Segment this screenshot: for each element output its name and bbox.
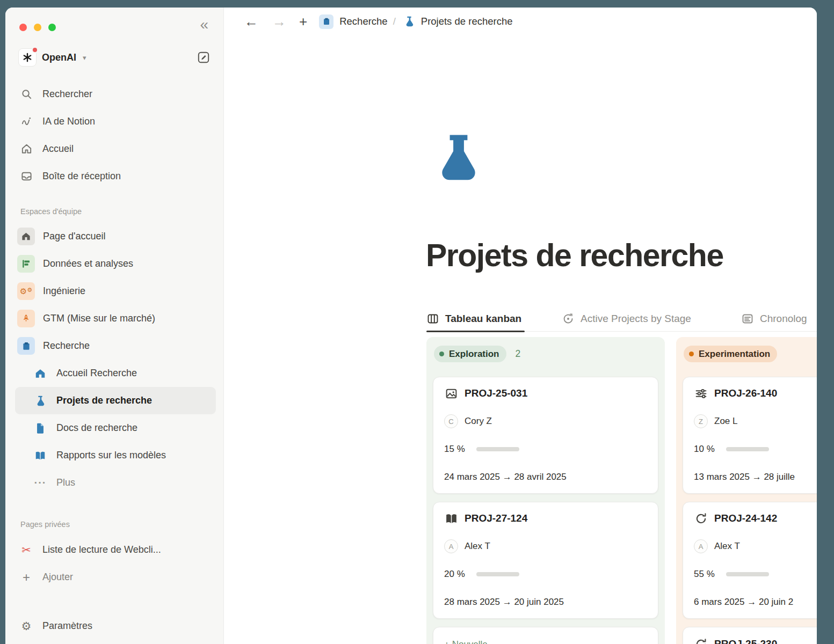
refresh-icon bbox=[694, 637, 708, 644]
sidebar-item-settings[interactable]: ⚙ Paramètres bbox=[5, 612, 223, 640]
assignee-name: Cory Z bbox=[465, 416, 492, 427]
home-icon bbox=[19, 142, 33, 156]
collapse-sidebar-icon[interactable]: « bbox=[200, 17, 208, 32]
column-name: Exploration bbox=[449, 349, 499, 360]
close-window-button[interactable] bbox=[19, 24, 27, 31]
status-pill-exploration[interactable]: Exploration bbox=[434, 346, 506, 362]
tab-active-projects[interactable]: Active Projects by Stage bbox=[562, 306, 691, 332]
sidebar-item-notion-ai[interactable]: IA de Notion bbox=[5, 108, 223, 135]
status-dot bbox=[689, 352, 694, 356]
progress-label: 55 % bbox=[694, 569, 720, 580]
card-dates: 24 mars 2025 → 28 avril 2025 bbox=[444, 472, 567, 482]
kanban-card[interactable]: PROJ-27-124 A Alex T 20 % 28 mars 2025 →… bbox=[433, 502, 658, 619]
sidebar-item-webclipper-list[interactable]: ✂ Liste de lecture de Webcli... bbox=[5, 536, 223, 564]
sidebar-item-more[interactable]: ··· Plus bbox=[15, 469, 216, 496]
sidebar-item-search[interactable]: Rechercher bbox=[5, 80, 223, 108]
window-controls bbox=[19, 24, 56, 31]
tab-timeline[interactable]: Chronolog bbox=[741, 306, 807, 332]
column-count: 2 bbox=[516, 348, 521, 360]
page-icon-flask[interactable] bbox=[437, 132, 481, 188]
forward-arrow-icon[interactable]: → bbox=[272, 14, 286, 28]
rocket-icon bbox=[17, 310, 35, 327]
card-id: PROJ-24-142 bbox=[714, 513, 777, 524]
sidebar-item-research-home[interactable]: Accueil Recherche bbox=[15, 360, 216, 387]
sidebar-item-teamspace-home[interactable]: Page d'accueil bbox=[5, 223, 223, 250]
zoom-window-button[interactable] bbox=[48, 24, 56, 31]
kanban-board-icon bbox=[426, 312, 439, 325]
new-page-icon[interactable] bbox=[197, 50, 211, 64]
openai-logo bbox=[18, 48, 37, 67]
card-dates: 28 mars 2025 → 20 juin 2025 bbox=[444, 597, 564, 608]
teamspace-label: Page d'accueil bbox=[43, 231, 106, 242]
minimize-window-button[interactable] bbox=[34, 24, 41, 31]
progress-bar bbox=[476, 447, 519, 451]
add-page-icon[interactable]: + bbox=[299, 14, 307, 28]
sidebar-item-label: Ajouter bbox=[42, 572, 73, 583]
kanban-column-exploration: Exploration 2 PROJ-25-031 C Cory Z bbox=[426, 337, 665, 644]
sidebar-item-label: Paramètres bbox=[42, 620, 92, 632]
sidebar-item-teamspace-gtm[interactable]: GTM (Mise sur le marché) bbox=[5, 305, 223, 332]
search-icon bbox=[19, 87, 33, 101]
teamspaces-header[interactable]: Espaces d'équipe bbox=[5, 207, 223, 216]
kanban-board: Exploration 2 PROJ-25-031 C Cory Z bbox=[426, 337, 817, 644]
card-id: PROJ-27-124 bbox=[465, 513, 527, 524]
progress-label: 15 % bbox=[444, 444, 470, 455]
private-pages-header[interactable]: Pages privées bbox=[5, 520, 223, 529]
gear-icon: ⚙ bbox=[19, 619, 33, 633]
open-book-icon bbox=[444, 511, 458, 525]
sidebar-item-label: Liste de lecture de Webcli... bbox=[42, 544, 161, 555]
status-dot bbox=[439, 352, 444, 356]
avatar: A bbox=[694, 539, 708, 553]
sidebar-item-label: Rechercher bbox=[42, 89, 92, 100]
sidebar-item-label: Accueil Recherche bbox=[56, 368, 137, 379]
house-icon bbox=[17, 228, 35, 245]
sidebar-item-inbox[interactable]: Boîte de réception bbox=[5, 163, 223, 190]
sidebar-item-label: IA de Notion bbox=[42, 116, 95, 127]
progress-label: 20 % bbox=[444, 569, 470, 580]
sidebar-item-teamspace-data[interactable]: Données et analyses bbox=[5, 250, 223, 277]
kanban-column-experimentation: Experimentation PROJ-26-140 Z Zoe L 10 bbox=[676, 337, 817, 644]
clipboard-icon bbox=[319, 14, 333, 29]
status-circle-icon bbox=[562, 312, 575, 325]
sidebar-item-add-page[interactable]: + Ajouter bbox=[5, 564, 223, 591]
assignee-name: Alex T bbox=[465, 541, 490, 552]
image-icon bbox=[444, 386, 458, 400]
sidebar-item-research-projects[interactable]: Projets de recherche bbox=[15, 387, 216, 414]
chevron-down-icon: ▾ bbox=[83, 54, 86, 62]
progress-label: 10 % bbox=[694, 444, 720, 455]
card-dates: 13 mars 2025 → 28 juille bbox=[694, 472, 795, 482]
breadcrumb-separator: / bbox=[393, 16, 396, 27]
sidebar-item-research-docs[interactable]: Docs de recherche bbox=[15, 414, 216, 442]
ellipsis-icon: ··· bbox=[33, 476, 47, 490]
avatar: A bbox=[444, 539, 458, 553]
breadcrumb-root[interactable]: Recherche bbox=[339, 16, 387, 27]
tab-kanban[interactable]: Tableau kanban bbox=[426, 306, 521, 332]
column-header: Exploration 2 bbox=[434, 346, 658, 362]
sidebar-item-model-reports[interactable]: Rapports sur les modèles bbox=[15, 442, 216, 469]
tab-label: Tableau kanban bbox=[445, 313, 521, 325]
sidebar-item-home[interactable]: Accueil bbox=[5, 135, 223, 163]
card-id: PROJ-25-230 bbox=[714, 638, 777, 644]
kanban-card[interactable]: PROJ-26-140 Z Zoe L 10 % 13 mars 2025 → … bbox=[683, 377, 817, 494]
gears-icon: ⚙⚙ bbox=[17, 282, 35, 300]
sidebar-menu: Rechercher IA de Notion Accueil Boîte de… bbox=[5, 80, 223, 591]
flask-icon bbox=[33, 394, 47, 408]
status-pill-experimentation[interactable]: Experimentation bbox=[684, 346, 777, 362]
card-dates: 6 mars 2025 → 20 juin 2 bbox=[694, 597, 793, 608]
open-book-icon bbox=[33, 449, 47, 463]
sidebar-item-teamspace-engineering[interactable]: ⚙⚙ Ingénierie bbox=[5, 277, 223, 305]
kanban-card-partial[interactable]: PROJ-25-230 bbox=[683, 627, 817, 644]
breadcrumb-page[interactable]: Projets de recherche bbox=[421, 16, 513, 27]
sidebar-item-teamspace-research[interactable]: Recherche bbox=[5, 332, 223, 360]
workspace-switcher[interactable]: OpenAI ▾ bbox=[18, 48, 211, 67]
back-arrow-icon[interactable]: ← bbox=[244, 14, 258, 28]
teamspace-label: Données et analyses bbox=[43, 258, 133, 269]
kanban-card[interactable]: PROJ-25-031 C Cory Z 15 % 24 mars 2025 →… bbox=[433, 377, 658, 494]
sidebar-item-label: Rapports sur les modèles bbox=[56, 450, 166, 461]
page-title[interactable]: Projets de recherche bbox=[426, 237, 723, 274]
sidebar-item-label: Projets de recherche bbox=[56, 395, 152, 406]
teamspace-label: Ingénierie bbox=[43, 286, 85, 297]
kanban-card[interactable]: PROJ-24-142 A Alex T 55 % 6 mars 2025 → … bbox=[683, 502, 817, 619]
new-page-card[interactable]: + Nouvelle bbox=[433, 627, 658, 644]
flag-icon bbox=[17, 255, 35, 273]
